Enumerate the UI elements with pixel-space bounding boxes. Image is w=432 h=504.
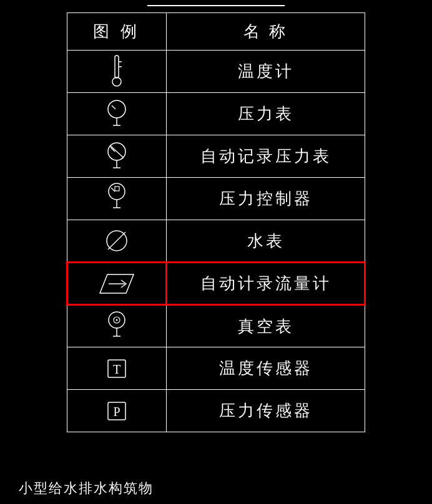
header-icon-label: 图 例 — [93, 22, 141, 41]
auto-pressure-gauge-icon — [101, 139, 132, 174]
name-vacuum: 真空表 — [167, 305, 365, 347]
icon-cell-pressure-gauge — [67, 93, 167, 135]
table-row: 水表 — [67, 220, 365, 263]
bottom-text: 小型给水排水构筑物 — [19, 479, 154, 498]
pressure-sensor-icon: P — [103, 397, 130, 425]
name-water-meter: 水表 — [167, 220, 365, 263]
pressure-controller-icon — [101, 180, 132, 218]
svg-rect-15 — [115, 187, 119, 191]
header-name-label: 名 称 — [243, 22, 288, 41]
svg-point-1 — [112, 77, 121, 86]
water-meter-icon — [103, 227, 130, 254]
name-thermometer: 温度计 — [167, 51, 365, 93]
temp-sensor-icon: T — [103, 355, 130, 382]
svg-line-19 — [108, 232, 125, 250]
name-temp-sensor: 温度传感器 — [167, 347, 365, 390]
table-header: 图 例 名 称 — [67, 13, 365, 51]
name-auto-pressure: 自动记录压力表 — [167, 135, 365, 178]
legend-table: 图 例 名 称 温度计 — [66, 12, 366, 432]
icon-cell-thermometer — [67, 51, 167, 93]
table-row: 温度计 — [67, 51, 365, 93]
table-row: 压力控制器 — [67, 178, 365, 220]
icon-cell-temp-sensor: T — [67, 347, 167, 390]
name-pressure-sensor: 压力传感器 — [167, 390, 365, 432]
pressure-gauge-icon — [103, 97, 130, 132]
vacuum-gauge-icon — [103, 308, 130, 345]
auto-flow-meter-icon — [95, 268, 139, 299]
svg-line-14 — [111, 188, 115, 191]
svg-line-5 — [112, 105, 115, 109]
thermometer-icon — [108, 54, 125, 89]
table-row: 压力表 — [67, 93, 365, 135]
top-line — [147, 5, 285, 6]
icon-cell-pressure-sensor: P — [67, 390, 167, 432]
svg-point-4 — [108, 100, 125, 118]
table-row-highlighted: 自动计录流量计 — [67, 263, 365, 305]
header-name-col: 名 称 — [167, 13, 365, 51]
header-icon-col: 图 例 — [67, 13, 167, 51]
icon-cell-pressure-ctrl — [67, 178, 167, 220]
svg-text:T: T — [113, 362, 120, 376]
name-pressure-gauge: 压力表 — [167, 93, 365, 135]
name-pressure-ctrl: 压力控制器 — [167, 178, 365, 220]
svg-point-24 — [116, 319, 118, 321]
svg-text:P: P — [114, 405, 120, 419]
icon-cell-water-meter — [67, 220, 167, 263]
icon-cell-auto-pressure — [67, 135, 167, 178]
table-row: 真空表 — [67, 305, 365, 347]
table-row: 自动记录压力表 — [67, 135, 365, 178]
svg-point-13 — [109, 183, 125, 200]
icon-cell-auto-flow — [67, 263, 167, 305]
icon-cell-vacuum — [67, 305, 167, 347]
svg-line-10 — [110, 145, 124, 158]
svg-rect-0 — [115, 56, 119, 78]
table-row: T 温度传感器 — [67, 347, 365, 390]
table-row: P 压力传感器 — [67, 390, 365, 432]
name-auto-flow: 自动计录流量计 — [167, 263, 365, 305]
